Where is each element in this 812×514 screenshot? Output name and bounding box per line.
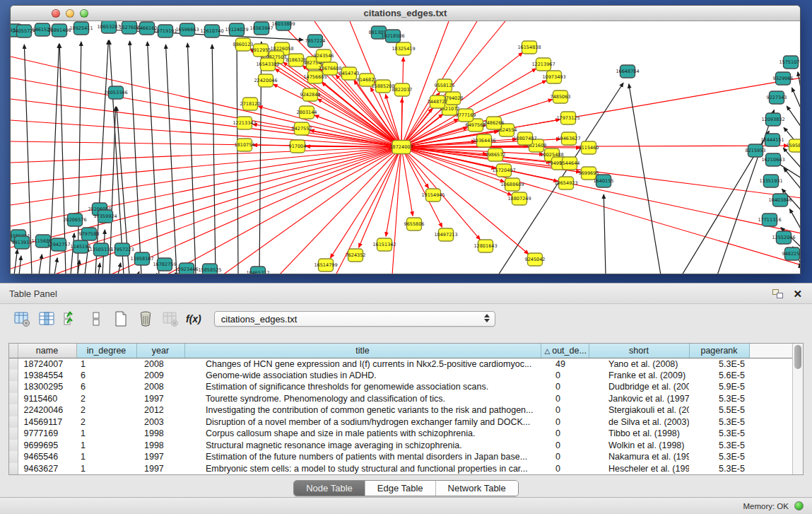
cell-short[interactable]: Wolkin et al. (1998) (589, 440, 689, 452)
cell-name[interactable]: 9463627 (18, 463, 76, 475)
graph-node[interactable]: 9797588 (79, 228, 100, 240)
graph-node[interactable]: 19463627 (557, 132, 580, 145)
cell-out_degree[interactable]: 49 (541, 358, 589, 370)
cell-year[interactable]: 2009 (136, 370, 184, 382)
table-mode-button[interactable] (13, 310, 31, 328)
cell-out_degree[interactable]: 0 (541, 428, 589, 440)
cell-pagerank[interactable]: 5.3E-5 (689, 393, 749, 405)
column-header-year[interactable]: year (136, 344, 184, 358)
graph-node[interactable]: 7624352 (346, 249, 366, 262)
cell-pagerank[interactable]: 5.3E-5 (689, 440, 749, 452)
graph-node[interactable]: 12093832 (761, 113, 784, 126)
column-header-in_degree[interactable]: in_degree (76, 344, 136, 358)
cell-year[interactable]: 2008 (136, 358, 184, 370)
cell-out_degree[interactable]: 0 (541, 393, 589, 405)
column-header-short[interactable]: short (589, 344, 689, 358)
scrollbar-thumb[interactable] (794, 345, 801, 369)
cell-name[interactable]: 14569117 (18, 416, 76, 428)
table-row[interactable]: 946362711997Embryonic stem cells: a mode… (9, 463, 792, 475)
cell-title[interactable]: Embryonic stem cells: a model to study s… (184, 463, 541, 475)
graph-node[interactable]: 16210643 (761, 153, 784, 166)
graph-node[interactable]: 12444151 (760, 134, 784, 146)
cell-title[interactable]: Tourette syndrome. Phenomenology and cla… (184, 393, 541, 405)
cell-name[interactable]: 9777169 (18, 428, 76, 440)
graph-node[interactable]: 10465312 (246, 267, 269, 274)
graph-node[interactable]: 1448727 (428, 95, 448, 108)
table-row[interactable]: 946554611997Estimation of the future num… (9, 451, 792, 463)
cell-name[interactable]: 18724007 (18, 358, 76, 370)
graph-node[interactable]: 1595863 (787, 139, 801, 152)
new-column-button[interactable] (112, 310, 130, 328)
cell-in_degree[interactable]: 2 (76, 404, 136, 416)
cell-in_degree[interactable]: 1 (76, 358, 136, 370)
memory-ok-indicator[interactable] (794, 501, 804, 510)
table-selector-dropdown[interactable]: citations_edges.txt (214, 311, 495, 327)
cell-title[interactable]: Changes of HCN gene expression and I(f) … (184, 358, 541, 370)
cell-short[interactable]: de Silva et al. (2003) (589, 416, 689, 428)
cell-short[interactable]: Yano et al. (2008) (589, 358, 689, 370)
cell-year[interactable]: 1998 (136, 428, 184, 440)
graph-node[interactable]: 22420046 (254, 74, 277, 87)
table-row[interactable]: 1456911722003Disruption of a novel membe… (9, 416, 792, 428)
graph-node[interactable]: 1810754 (235, 139, 255, 151)
cell-name[interactable]: 9465546 (18, 451, 76, 463)
cell-name[interactable]: 18300295 (18, 381, 76, 393)
graph-node[interactable]: 3913911 (12, 236, 33, 249)
graph-node[interactable]: 8427552 (292, 122, 312, 135)
graph-node[interactable]: 18724007 (389, 141, 413, 154)
table-row[interactable]: 911546021997Tourette syndrome. Phenomeno… (9, 393, 792, 405)
cell-out_degree[interactable]: 0 (541, 404, 589, 416)
graph-node[interactable]: 7486266 (484, 117, 505, 129)
function-builder-button[interactable]: f(x) (186, 313, 201, 325)
cell-in_degree[interactable]: 1 (76, 440, 136, 452)
cell-in_degree[interactable]: 6 (76, 381, 136, 393)
graph-node[interactable]: 15751074 (779, 56, 801, 69)
graph-node[interactable]: 16033809 (271, 21, 295, 30)
cell-year[interactable]: 1998 (136, 440, 184, 452)
cell-year[interactable]: 2003 (136, 416, 184, 428)
table-row[interactable]: 977716911998Corpus callosum shape and si… (9, 428, 792, 440)
graph-node[interactable]: 9482256 (782, 247, 801, 260)
graph-node[interactable]: 20053346 (104, 86, 127, 99)
graph-node[interactable]: 9243546 (314, 49, 334, 62)
graph-node[interactable]: 9245042 (525, 253, 546, 266)
vertical-scrollbar[interactable] (792, 344, 803, 474)
graph-node[interactable]: 18807249 (507, 192, 531, 205)
cell-short[interactable]: Stergiakouli et al. (2012) (589, 404, 689, 416)
graph-node[interactable]: 18925411 (69, 22, 93, 35)
cell-short[interactable]: Nakamura et al. (1997) (589, 451, 689, 463)
cell-pagerank[interactable]: 5.3E-5 (689, 451, 749, 463)
cell-title[interactable]: Estimation of significance thresholds fo… (184, 381, 541, 393)
cell-pagerank[interactable]: 5.6E-5 (689, 370, 749, 382)
graph-node[interactable]: 9227343 (767, 91, 787, 104)
graph-node[interactable]: 7485063 (551, 90, 571, 103)
cell-pagerank[interactable]: 5.5E-5 (689, 404, 749, 416)
cell-year[interactable]: 2012 (136, 404, 184, 416)
graph-node[interactable]: 16648784 (616, 65, 639, 78)
cell-out_degree[interactable]: 0 (541, 451, 589, 463)
cell-name[interactable]: 9115460 (18, 393, 76, 405)
graph-node[interactable]: 16154838 (517, 41, 541, 54)
cell-name[interactable]: 19384554 (18, 370, 76, 382)
graph-node[interactable]: 1640155 (594, 175, 614, 187)
graph-node[interactable]: 13958167 (130, 252, 153, 265)
cell-short[interactable]: Tibbo et al. (1998) (589, 428, 689, 440)
graph-node[interactable]: 2803144 (297, 106, 317, 119)
network-canvas[interactable]: 8860123891295518226058982750381863289827… (11, 21, 801, 274)
node-table[interactable]: namein_degreeyeartitle△out_de...shortpag… (9, 344, 792, 474)
graph-node[interactable]: 9329966 (773, 72, 794, 85)
delete-column-button[interactable] (136, 310, 155, 328)
graph-node[interactable]: 9558125 (435, 79, 455, 92)
graph-node[interactable]: 16514799 (314, 259, 337, 271)
cell-pagerank[interactable]: 5.3E-5 (689, 428, 749, 440)
graph-node[interactable]: 17957223 (110, 243, 134, 256)
tab-node-table[interactable]: Node Table (294, 481, 365, 496)
graph-node[interactable]: 10497213 (434, 228, 457, 241)
graph-node[interactable]: 20891406 (47, 24, 71, 37)
window-titlebar[interactable]: citations_edges.txt (11, 6, 800, 21)
table-header-row[interactable]: namein_degreeyeartitle△out_de...shortpag… (9, 344, 792, 358)
graph-node[interactable]: 12801643 (473, 240, 497, 252)
cell-title[interactable]: Disruption of a novel member of a sodium… (184, 416, 541, 428)
cell-title[interactable]: Corpus callosum shape and size in male p… (184, 428, 541, 440)
cell-year[interactable]: 1997 (136, 463, 184, 475)
